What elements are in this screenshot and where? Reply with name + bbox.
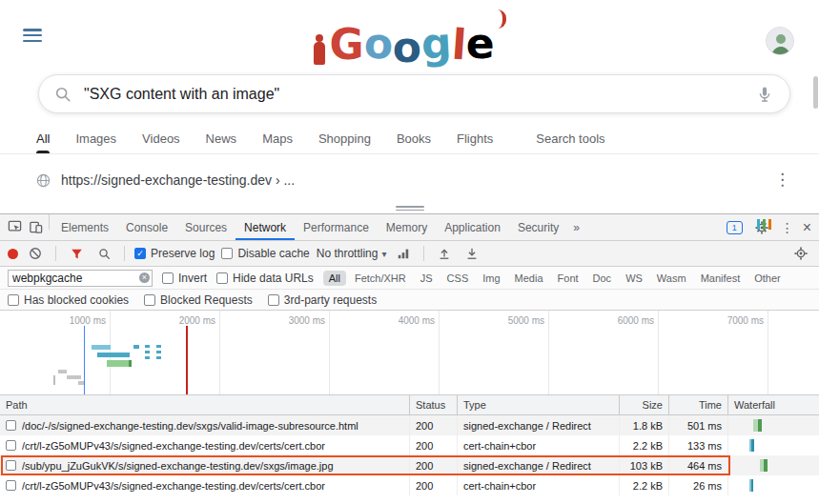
checkbox-icon[interactable] (268, 294, 279, 306)
record-network-log-button[interactable] (8, 249, 18, 259)
pill-other[interactable]: Other (748, 271, 787, 286)
overview-bar (156, 351, 161, 353)
third-party-requests-checkbox[interactable]: 3rd-party requests (268, 293, 377, 307)
tab-elements[interactable]: Elements (52, 214, 117, 240)
network-conditions-icon[interactable] (393, 243, 414, 264)
import-har-icon[interactable] (434, 243, 455, 264)
overview-bar (53, 375, 55, 385)
result-url[interactable]: https://signed-exchange-testing.dev › ..… (61, 172, 295, 188)
pill-manifest[interactable]: Manifest (695, 271, 747, 286)
clear-filter-icon[interactable]: × (139, 272, 150, 283)
search-box[interactable]: "SXG content with an image" (38, 74, 790, 113)
tab-memory[interactable]: Memory (378, 214, 436, 240)
tab-maps[interactable]: Maps (262, 123, 293, 153)
menu-icon[interactable] (23, 29, 42, 42)
disable-cache-checkbox[interactable]: Disable cache (221, 247, 309, 260)
table-row[interactable]: /doc/-/s/signed-exchange-testing.dev/sxg… (0, 415, 819, 435)
search-query-text[interactable]: "SXG content with an image" (84, 86, 755, 103)
column-header-waterfall[interactable]: Waterfall (728, 395, 819, 414)
checkbox-icon[interactable] (144, 294, 155, 306)
checkbox-icon[interactable] (221, 248, 233, 259)
has-blocked-cookies-checkbox[interactable]: Has blocked cookies (8, 293, 129, 307)
tab-images[interactable]: Images (75, 123, 116, 153)
pill-wasm[interactable]: Wasm (651, 271, 692, 286)
devtools-menu-kebab-icon[interactable]: ⋮ (781, 220, 794, 235)
overview-bar (107, 360, 132, 367)
account-avatar[interactable] (766, 27, 794, 55)
pill-font[interactable]: Font (552, 271, 584, 286)
pill-all[interactable]: All (323, 271, 346, 286)
pill-doc[interactable]: Doc (587, 271, 618, 286)
pill-js[interactable]: JS (415, 271, 439, 286)
pill-ws[interactable]: WS (620, 271, 648, 286)
throttling-value: No throttling (317, 247, 379, 260)
checkbox-icon[interactable] (162, 272, 174, 284)
tab-books[interactable]: Books (397, 123, 431, 153)
checkbox-icon[interactable] (216, 272, 228, 284)
column-header-size[interactable]: Size (620, 395, 669, 414)
tab-all[interactable]: All (36, 123, 50, 153)
search-network-icon[interactable] (93, 243, 114, 264)
result-kebab-icon[interactable]: ⋮ (774, 169, 790, 192)
inspect-element-icon[interactable] (4, 217, 25, 238)
overview-bar (92, 345, 111, 350)
timeline-gridline (439, 311, 440, 394)
request-status: 200 (410, 435, 458, 455)
tab-network[interactable]: Network (235, 214, 295, 240)
request-path: /sub/ypu_jZuGukVK/s/signed-exchange-test… (22, 460, 334, 472)
request-checkbox[interactable] (6, 440, 16, 451)
request-status: 200 (410, 475, 458, 495)
pill-media[interactable]: Media (509, 271, 549, 286)
tab-videos[interactable]: Videos (142, 123, 180, 153)
table-row[interactable]: /crt/l-zG5oMUPv43/s/signed-exchange-test… (0, 475, 819, 495)
column-header-type[interactable]: Type (458, 395, 620, 414)
doodle-letter: G (329, 24, 363, 66)
table-row[interactable]: /crt/l-zG5oMUPv43/s/signed-exchange-test… (0, 435, 819, 455)
search-result[interactable]: https://signed-exchange-testing.dev › ..… (36, 169, 295, 192)
more-tabs-icon[interactable]: » (567, 214, 585, 240)
preserve-log-checkbox[interactable]: Preserve log (134, 247, 215, 260)
invert-checkbox[interactable]: Invert (162, 272, 207, 285)
request-checkbox[interactable] (6, 420, 16, 431)
tab-application[interactable]: Application (436, 214, 509, 240)
pill-img[interactable]: Img (477, 271, 505, 286)
filter-input[interactable] (8, 270, 153, 287)
network-overview-timeline[interactable]: 1000 ms 2000 ms 3000 ms 4000 ms 5000 ms … (0, 311, 819, 395)
network-filter-bar: × Invert Hide data URLs All Fetch/XHR JS… (0, 267, 819, 290)
tab-security[interactable]: Security (509, 214, 567, 240)
tab-flights[interactable]: Flights (457, 123, 493, 153)
mic-icon[interactable] (755, 85, 774, 104)
network-settings-gear-icon[interactable] (790, 243, 811, 264)
pill-css[interactable]: CSS (441, 271, 475, 286)
tab-console[interactable]: Console (117, 214, 176, 240)
export-har-icon[interactable] (461, 243, 482, 264)
throttling-dropdown[interactable]: No throttling ▾ (317, 247, 387, 260)
filter-funnel-icon[interactable] (66, 243, 87, 264)
tab-news[interactable]: News (206, 123, 237, 153)
tab-performance[interactable]: Performance (295, 214, 378, 240)
page-scrollbar-thumb[interactable] (813, 76, 818, 109)
search-tools-button[interactable]: Search tools (536, 123, 604, 153)
request-checkbox[interactable] (6, 460, 16, 471)
hide-data-urls-checkbox[interactable]: Hide data URLs (216, 272, 314, 285)
devtools-resize-handle[interactable] (396, 206, 424, 211)
column-header-status[interactable]: Status (410, 395, 458, 414)
request-checkbox[interactable] (6, 480, 16, 491)
issues-counter-badge[interactable]: 1 (727, 221, 743, 234)
timeline-gridline (219, 311, 220, 394)
pill-fetch-xhr[interactable]: Fetch/XHR (349, 271, 412, 286)
checkbox-checked-icon[interactable] (134, 248, 146, 259)
column-header-path[interactable]: Path (0, 395, 410, 414)
column-header-time[interactable]: Time (669, 395, 728, 414)
google-doodle-logo[interactable]: G o o g l e (313, 10, 505, 65)
devtools-close-icon[interactable]: × (803, 220, 811, 235)
blocked-requests-checkbox[interactable]: Blocked Requests (144, 293, 253, 307)
device-toolbar-icon[interactable] (25, 217, 46, 238)
tab-shopping[interactable]: Shopping (318, 123, 371, 153)
search-category-tabs: All Images Videos News Maps Shopping Boo… (0, 123, 819, 154)
checkbox-icon[interactable] (8, 294, 19, 306)
clear-network-log-icon[interactable] (25, 243, 46, 264)
timeline-label: 1000 ms (52, 315, 106, 326)
tab-sources[interactable]: Sources (176, 214, 235, 240)
table-row-highlighted[interactable]: /sub/ypu_jZuGukVK/s/signed-exchange-test… (0, 455, 819, 475)
